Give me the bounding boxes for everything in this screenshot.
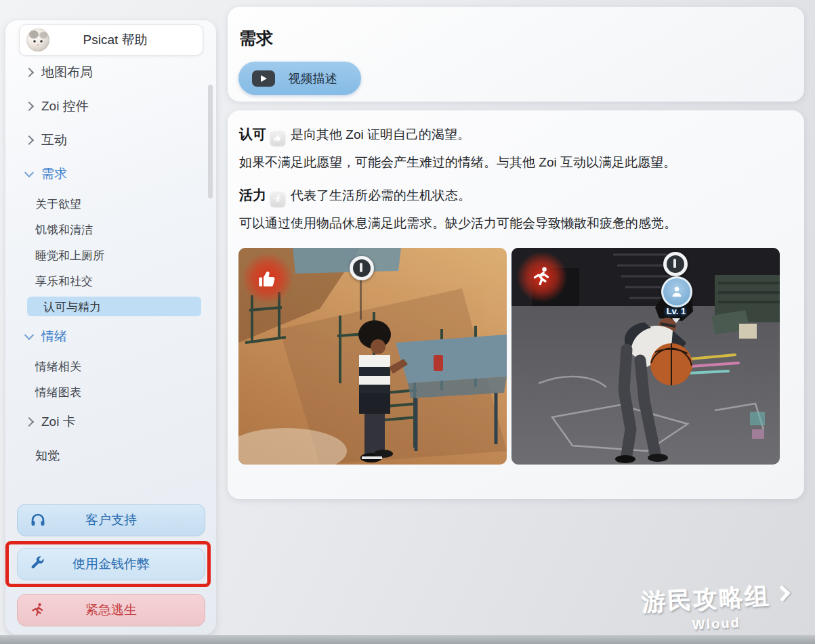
thumbs-up-icon — [255, 266, 280, 291]
sidebar-item-map-layout[interactable]: 地图布局 — [5, 56, 216, 89]
emergency-escape-button[interactable]: 紧急逃生 — [17, 594, 205, 626]
sidebar-header-card: Psicat 帮助 — [19, 24, 203, 56]
runner-icon — [30, 602, 46, 618]
sidebar-item-needs[interactable]: 需求 — [5, 157, 216, 191]
customer-support-button[interactable]: 客户支持 — [17, 504, 205, 536]
court-character — [615, 293, 693, 463]
chevron-right-icon — [24, 68, 34, 77]
sidebar-item-sleep-toilet[interactable]: 睡觉和上厕所 — [5, 242, 216, 268]
approval-cafe-screenshot — [238, 248, 507, 465]
sidebar-item-interactions[interactable]: 互动 — [5, 123, 216, 157]
psicat-avatar — [26, 28, 49, 51]
chevron-down-icon — [24, 330, 34, 340]
sidebar-item-zoi-controls[interactable]: Zoi 控件 — [5, 89, 216, 123]
energy-runner-icon — [270, 192, 285, 207]
sidebar-item-perception[interactable]: 知觉 — [5, 439, 216, 473]
chevron-right-icon — [24, 135, 34, 145]
approval-glow-badge — [243, 253, 293, 303]
video-description-button[interactable]: 视频描述 — [238, 62, 361, 95]
help-sidebar-panel: Psicat 帮助 地图布局 Zoi 控件 互动 需求 关于欲望 饥饿和清洁 睡… — [5, 20, 216, 635]
chevron-down-icon — [672, 318, 680, 323]
sidebar-item-emotions[interactable]: 情绪 — [5, 320, 216, 353]
sidebar-item-fun-social[interactable]: 享乐和社交 — [5, 268, 216, 294]
headset-icon — [30, 512, 46, 528]
interaction-marker-icon — [663, 252, 688, 276]
watermark-subtitle: Wloud — [631, 611, 801, 636]
energy-paragraph: 活力代表了生活所必需的生机状态。 可以通过使用物品休息满足此需求。缺少活力可能会… — [239, 181, 795, 237]
sidebar-item-approval-energy[interactable]: 认可与精力 — [5, 294, 216, 320]
watermark-arrow-icon — [774, 585, 790, 601]
watermark-title: 游民攻略组 — [629, 579, 800, 620]
chevron-right-icon — [24, 102, 34, 111]
chevron-down-icon — [24, 168, 34, 177]
video-play-icon — [252, 70, 275, 87]
marker-pole — [360, 276, 362, 320]
topic-header-card: 需求 视频描述 — [228, 7, 804, 102]
watermark: 游民攻略组 Wloud — [629, 579, 801, 637]
energy-basketball-screenshot: Lv. 1 — [511, 248, 780, 465]
approval-paragraph: 认可是向其他 Zoi 证明自己的渴望。 如果不满足此愿望，可能会产生难过的情绪。… — [239, 121, 795, 176]
topic-body-text: 认可是向其他 Zoi 证明自己的渴望。 如果不满足此愿望，可能会产生难过的情绪。… — [239, 121, 795, 237]
thumbs-up-icon — [270, 131, 285, 146]
sidebar-nav-list: 地图布局 Zoi 控件 互动 需求 关于欲望 饥饿和清洁 睡觉和上厕所 享乐和社… — [5, 56, 216, 482]
sidebar-title: Psicat 帮助 — [49, 31, 196, 49]
energy-glow-badge — [517, 252, 567, 302]
topic-content-card: 认可是向其他 Zoi 证明自己的渴望。 如果不满足此愿望，可能会产生难过的情绪。… — [228, 110, 804, 499]
skill-level-label: Lv. 1 — [656, 306, 696, 316]
runner-icon — [530, 265, 553, 288]
skill-level-icon — [661, 276, 692, 307]
screenshot-row: Lv. 1 — [238, 248, 780, 465]
sidebar-item-about-desires[interactable]: 关于欲望 — [5, 191, 216, 217]
interaction-marker-icon — [350, 256, 374, 280]
sidebar-item-zoi-card[interactable]: Zoi 卡 — [5, 405, 216, 439]
sidebar-item-hunger-cleanliness[interactable]: 饥饿和清洁 — [5, 217, 216, 242]
money-cheat-button[interactable]: 使用金钱作弊 — [17, 548, 205, 580]
bottom-edge-strip — [0, 635, 815, 644]
chevron-right-icon — [24, 417, 34, 427]
cat-face-icon — [26, 28, 49, 51]
sidebar-item-emotion-related[interactable]: 情绪相关 — [5, 353, 216, 379]
wrench-icon — [30, 556, 46, 572]
page-title: 需求 — [239, 27, 273, 49]
sidebar-item-baby-clipped[interactable]: 宝宝 — [5, 473, 216, 482]
sidebar-scrollbar-thumb[interactable] — [208, 85, 213, 198]
energy-term: 活力 — [239, 188, 266, 202]
sidebar-item-emotion-chart[interactable]: 情绪图表 — [5, 379, 216, 405]
approval-term: 认可 — [239, 127, 266, 142]
